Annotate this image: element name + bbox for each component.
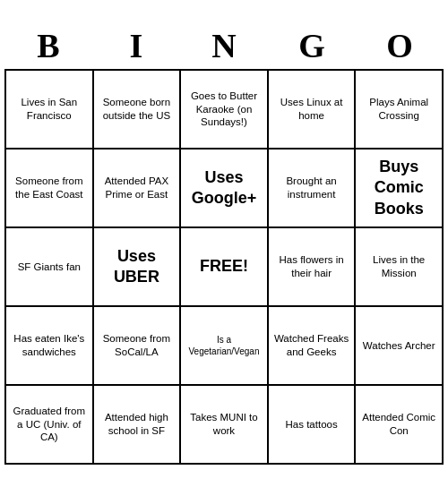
bingo-cell-r4c1[interactable]: Attended high school in SF — [94, 386, 182, 465]
bingo-grid: Lives in San FranciscoSomeone born outsi… — [4, 69, 444, 465]
bingo-cell-r3c2[interactable]: Is a Vegetarian/Vegan — [181, 307, 269, 386]
bingo-cell-r4c3[interactable]: Has tattoos — [269, 386, 357, 465]
bingo-cell-r2c1[interactable]: Uses UBER — [94, 228, 182, 307]
bingo-cell-r1c4[interactable]: Buys Comic Books — [356, 150, 444, 228]
bingo-header: B I N G O — [4, 22, 444, 69]
bingo-cell-r3c4[interactable]: Watches Archer — [356, 307, 444, 386]
letter-b: B — [8, 26, 89, 65]
letter-n: N — [184, 26, 264, 65]
bingo-cell-r3c1[interactable]: Someone from SoCal/LA — [94, 307, 182, 386]
bingo-cell-r1c0[interactable]: Someone from the East Coast — [6, 150, 94, 228]
bingo-cell-r3c3[interactable]: Watched Freaks and Geeks — [269, 307, 357, 386]
bingo-cell-r1c2[interactable]: Uses Google+ — [181, 150, 269, 228]
bingo-cell-r3c0[interactable]: Has eaten Ike's sandwiches — [6, 307, 94, 386]
letter-g: G — [271, 26, 352, 65]
bingo-cell-r1c3[interactable]: Brought an instrument — [269, 150, 357, 228]
bingo-cell-r0c4[interactable]: Plays Animal Crossing — [356, 71, 444, 150]
letter-i: I — [96, 26, 177, 65]
letter-o: O — [359, 26, 440, 65]
bingo-cell-r2c0[interactable]: SF Giants fan — [6, 228, 94, 307]
bingo-cell-r4c0[interactable]: Graduated from a UC (Univ. of CA) — [6, 386, 94, 465]
bingo-cell-r0c1[interactable]: Someone born outside the US — [94, 71, 182, 150]
bingo-cell-r4c2[interactable]: Takes MUNI to work — [181, 386, 269, 465]
bingo-cell-r4c4[interactable]: Attended Comic Con — [356, 386, 444, 465]
bingo-cell-r0c0[interactable]: Lives in San Francisco — [6, 71, 94, 150]
bingo-cell-r2c3[interactable]: Has flowers in their hair — [269, 228, 357, 307]
bingo-cell-r0c2[interactable]: Goes to Butter Karaoke (on Sundays!) — [181, 71, 269, 150]
bingo-cell-r0c3[interactable]: Uses Linux at home — [269, 71, 357, 150]
bingo-cell-r2c2[interactable]: FREE! — [181, 228, 269, 307]
bingo-cell-r1c1[interactable]: Attended PAX Prime or East — [94, 150, 182, 228]
bingo-cell-r2c4[interactable]: Lives in the Mission — [356, 228, 444, 307]
bingo-card: B I N G O Lives in San FranciscoSomeone … — [4, 22, 444, 465]
